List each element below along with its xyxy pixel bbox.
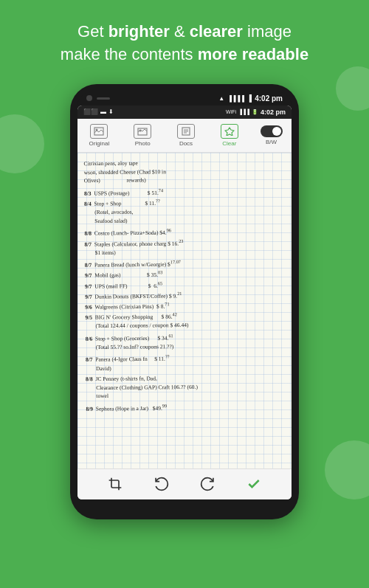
document-area: Citrixian pens, aloy tape wson, shredded… <box>77 153 292 468</box>
phone-device: ▲ ▐▐▐▐ ▐ 4:02 pm ⬛⬛ ▬ ⬇ WiFi ▐▐▐ 🔋 4:02 <box>70 84 299 519</box>
photo-label: Photo <box>135 140 151 147</box>
check-icon <box>246 477 261 491</box>
battery-status-icon: 🔋 <box>252 109 258 115</box>
toolbar-item-original[interactable]: Original <box>77 122 121 149</box>
document-image: Citrixian pens, aloy tape wson, shredded… <box>77 153 292 468</box>
header-line1: Get brighter & clearer image <box>15 21 354 44</box>
crop-button[interactable] <box>105 474 125 494</box>
toolbar-item-photo[interactable]: Photo <box>121 122 165 149</box>
toolbar-item-bw[interactable]: B/W <box>251 125 292 145</box>
photo-icon <box>137 127 148 136</box>
toolbar-item-docs[interactable]: Docs <box>165 122 208 149</box>
doc-line-3: Olives) rewards) <box>84 175 286 185</box>
bw-toggle-knob <box>272 127 281 136</box>
docs-icon-box <box>177 124 195 139</box>
original-label: Original <box>89 140 110 147</box>
svg-point-3 <box>139 129 142 131</box>
bw-label: B/W <box>266 139 277 145</box>
header-line2: make the contents more readable <box>15 44 354 66</box>
doc-line-10: $1 items) <box>85 246 287 257</box>
header-line1-clearer: clearer <box>190 22 243 41</box>
notification-icon: ⬛⬛ <box>83 108 98 115</box>
doc-line-7: Seafood salad) <box>84 215 286 225</box>
signal-icon: ▐▐▐▐ <box>227 95 244 102</box>
rotate-left-icon <box>154 477 169 491</box>
status-bar-time: 4:02 pm <box>261 108 286 116</box>
docs-label: Docs <box>179 140 193 147</box>
status-bar: ⬛⬛ ▬ ⬇ WiFi ▐▐▐ 🔋 4:02 pm <box>77 106 292 119</box>
phone-camera <box>86 95 92 101</box>
crop-icon <box>108 477 123 491</box>
phone-screen: ⬛⬛ ▬ ⬇ WiFi ▐▐▐ 🔋 4:02 pm <box>77 106 292 499</box>
header-line1-image: image <box>243 22 292 41</box>
docs-icon <box>181 127 191 136</box>
wifi-icon: ▲ <box>218 95 224 102</box>
bottom-toolbar <box>77 468 292 499</box>
clear-icon <box>224 127 235 136</box>
bw-toggle-switch[interactable] <box>261 125 283 137</box>
doc-line-19: (Total 55.?? so.Inf? coupons 21.??) <box>86 341 288 351</box>
status-bar-right: WiFi ▐▐▐ 🔋 4:02 pm <box>226 108 286 116</box>
doc-line-25: 8/9 Sephora (Hope in a Jar) $49.99 <box>86 401 288 413</box>
battery-icon: ▐ <box>247 94 252 102</box>
phone-wrapper: ▲ ▐▐▐▐ ▐ 4:02 pm ⬛⬛ ▬ ⬇ WiFi ▐▐▐ 🔋 4:02 <box>0 78 369 519</box>
app-toolbar: Original Photo <box>77 119 292 153</box>
header-line2-make: make the contents <box>61 45 198 63</box>
wifi-status-icon: WiFi <box>226 109 236 114</box>
clear-icon-box <box>221 124 238 139</box>
header-line2-readable: more readable <box>198 45 308 63</box>
phone-status-icons: ▲ ▐▐▐▐ ▐ 4:02 pm <box>218 94 283 103</box>
original-icon <box>94 127 104 136</box>
header-line1-and: & <box>170 22 190 41</box>
header-section: Get brighter & clearer image make the co… <box>0 0 369 78</box>
svg-point-1 <box>96 128 98 131</box>
status-bar-left: ⬛⬛ ▬ ⬇ <box>83 108 114 115</box>
doc-line-17: (Total 124.44 / coupons / coupon $ 46.44… <box>85 319 287 330</box>
check-button[interactable] <box>244 474 264 494</box>
status-time: 4:02 pm <box>255 94 283 103</box>
header-line1-get: Get <box>77 22 108 41</box>
doc-line-24: towel <box>86 390 288 401</box>
photo-icon-box <box>134 124 151 139</box>
download-icon: ⬇ <box>108 108 114 115</box>
rotate-right-button[interactable] <box>197 474 218 494</box>
sd-icon: ▬ <box>100 108 106 115</box>
rotate-right-icon <box>200 477 215 491</box>
rotate-left-button[interactable] <box>151 474 172 494</box>
signal-status-icon: ▐▐▐ <box>238 109 249 114</box>
handwritten-content: Citrixian pens, aloy tape wson, shredded… <box>84 157 289 413</box>
original-icon-box <box>90 124 108 139</box>
phone-top-bar: ▲ ▐▐▐▐ ▐ 4:02 pm <box>77 91 292 106</box>
clear-label: Clear <box>222 140 236 147</box>
toolbar-item-clear[interactable]: Clear <box>207 122 251 149</box>
phone-speaker <box>97 97 110 100</box>
header-line1-brighter: brighter <box>108 22 170 41</box>
